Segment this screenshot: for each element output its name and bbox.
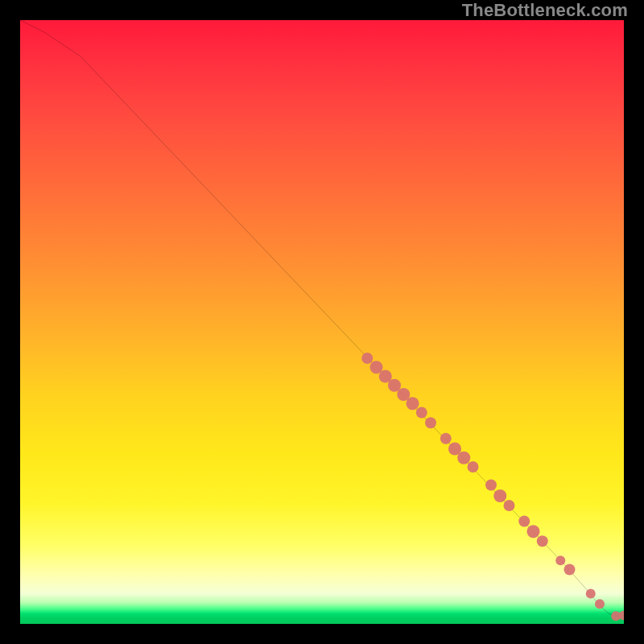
highlight-marker: [457, 452, 470, 464]
chart-frame: TheBottleneck.com: [0, 0, 644, 644]
highlight-marker: [485, 480, 497, 491]
highlight-marker: [361, 353, 373, 364]
highlight-marker: [537, 535, 548, 547]
highlight-marker: [416, 407, 427, 419]
highlight-marker: [504, 500, 515, 511]
chart-overlay: [20, 20, 624, 624]
highlight-marker: [468, 461, 479, 473]
highlight-marker: [526, 525, 539, 538]
highlight-marker: [555, 555, 565, 565]
highlight-marker: [564, 564, 576, 576]
plot-area: [20, 20, 624, 624]
highlight-marker: [493, 489, 506, 502]
highlight-marker: [518, 516, 530, 527]
highlight-marker: [425, 417, 436, 428]
highlight-marker: [440, 433, 452, 444]
watermark-text: TheBottleneck.com: [462, 0, 628, 21]
highlight-marker-group: [361, 353, 624, 621]
highlight-marker: [595, 599, 605, 609]
highlight-marker: [586, 589, 596, 599]
highlight-marker: [406, 397, 419, 410]
